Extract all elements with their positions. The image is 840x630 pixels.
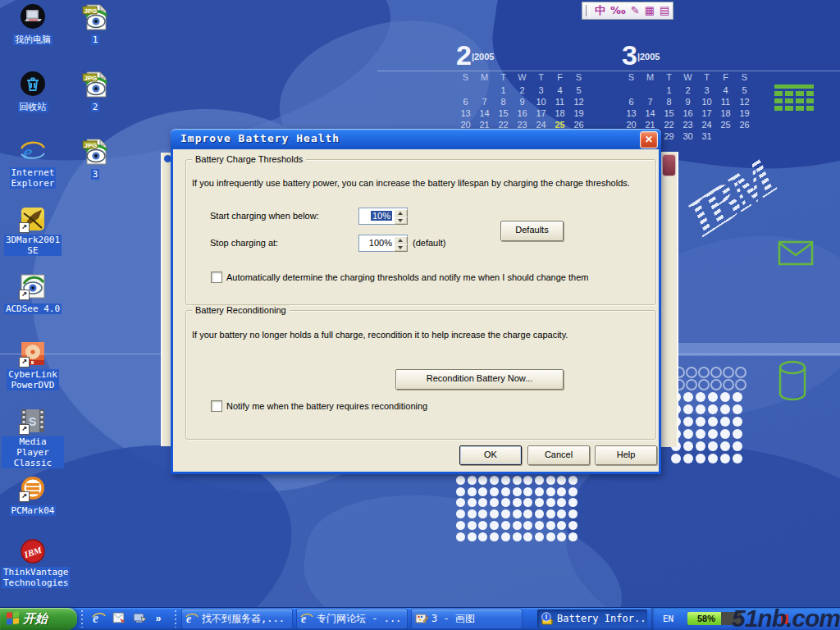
- recondition-battery-button[interactable]: Recondition Battery Now...: [395, 369, 564, 390]
- watermark: 51nb.com: [732, 605, 840, 630]
- task-paint[interactable]: 3 - 画图: [412, 609, 522, 628]
- ime-punctuation-icon[interactable]: ‰: [610, 3, 626, 18]
- ime-chinese-mode-icon[interactable]: 中: [595, 3, 605, 18]
- pattern-dot: [478, 509, 487, 518]
- acdsee-4-0-icon: ↗: [19, 272, 47, 300]
- task-label: 找不到服务器,...: [202, 609, 285, 628]
- pattern-dot: [733, 429, 742, 439]
- cylinder-icon: [774, 359, 810, 404]
- defaults-button[interactable]: Defaults: [500, 221, 564, 241]
- desktop-icon-media-player-classic[interactable]: S↗Media Player Classic: [2, 407, 64, 469]
- improve-battery-health-dialog: Improve Battery Health ✕ Battery Charge …: [171, 129, 661, 474]
- desktop-icon-jpg-file-2[interactable]: JPG2: [69, 71, 121, 113]
- desktop-icon-label: 我的电脑: [13, 34, 52, 45]
- cancel-button[interactable]: Cancel: [527, 445, 590, 465]
- calendar-day-header: S: [569, 72, 588, 82]
- quicklaunch-internet-explorer-icon[interactable]: e: [90, 610, 107, 628]
- pattern-dot: [456, 487, 465, 496]
- task-battery-information[interactable]: !Battery Infor...: [537, 609, 647, 628]
- desktop-icon-3dmark2001-se[interactable]: ↗3DMark2001 SE: [2, 205, 64, 257]
- ime-pen-icon[interactable]: ✎: [631, 3, 640, 18]
- quicklaunch-chevron-icon[interactable]: »: [150, 610, 167, 628]
- quicklaunch-show-desktop-icon[interactable]: [131, 610, 148, 628]
- spin-down-icon[interactable]: [394, 217, 408, 225]
- stop-charging-value[interactable]: 100%: [369, 238, 392, 248]
- desktop-icon-internet-explorer[interactable]: eInternet Explorer: [2, 138, 64, 189]
- calendar-date: 3: [532, 85, 550, 95]
- calendar-day-header: T: [660, 72, 678, 82]
- pattern-dot: [501, 476, 510, 485]
- pattern-dot: [546, 532, 555, 541]
- pattern-dot: [568, 509, 578, 518]
- desktop-icon-recycle-bin[interactable]: 回收站: [2, 71, 64, 113]
- dialog-titlebar[interactable]: Improve Battery Health ✕: [171, 129, 661, 149]
- stop-charging-spinner[interactable]: 100%: [358, 235, 408, 252]
- pattern-dot: [696, 404, 705, 414]
- desktop-icon-jpg-file-1[interactable]: JPG1: [69, 3, 121, 46]
- pattern-dot: [696, 392, 705, 402]
- task-ie-server-not-found[interactable]: e找不到服务器,...: [182, 609, 292, 628]
- desktop-icon-jpg-file-3[interactable]: JPG3: [69, 138, 121, 180]
- calendar-date: 19: [735, 108, 754, 118]
- start-charging-spinner[interactable]: 10%: [358, 208, 408, 225]
- pattern-dot: [546, 509, 555, 518]
- desktop-icon-my-computer[interactable]: 我的电脑: [2, 3, 64, 46]
- pattern-dot: [683, 417, 693, 427]
- ime-grip[interactable]: [586, 5, 590, 16]
- pattern-dot: [720, 441, 730, 451]
- shortcut-arrow-icon: ↗: [19, 222, 30, 233]
- calendar-date: 14: [641, 108, 660, 118]
- auto-determine-label[interactable]: Automatically determine the charging thr…: [226, 272, 588, 282]
- ok-button[interactable]: OK: [459, 445, 522, 465]
- calendar-date: 12: [735, 97, 754, 107]
- desktop-icon-acdsee-4-0[interactable]: ↗ACDSee 4.0: [2, 272, 64, 315]
- desktop-icon-cyberlink-powerdvd[interactable]: ↗CyberLink PowerDVD: [2, 340, 64, 391]
- quicklaunch-mail-icon[interactable]: [111, 610, 127, 628]
- desktop-icon-pcmark04[interactable]: ↗PCMark04: [2, 474, 64, 517]
- language-indicator[interactable]: EN: [663, 614, 673, 624]
- start-label: 开始: [23, 611, 48, 627]
- pattern-dot: [698, 367, 710, 378]
- svg-text:JPG: JPG: [84, 75, 98, 82]
- pattern-dot: [557, 521, 566, 530]
- taskbar-separator: [80, 610, 84, 628]
- pattern-dot: [523, 509, 532, 518]
- start-charging-value[interactable]: 10%: [371, 211, 392, 221]
- calendar-date: 16: [513, 108, 532, 118]
- pattern-dot: [546, 487, 555, 496]
- notify-reconditioning-checkbox[interactable]: [211, 400, 222, 412]
- pattern-dot: [671, 454, 681, 463]
- calendar-date: 4: [550, 85, 569, 95]
- background-window-right-edge[interactable]: [661, 152, 678, 447]
- pattern-dot: [696, 429, 705, 439]
- desktop-icon-thinkvantage-technologies[interactable]: IBMThinkVantage Technologies: [2, 537, 64, 589]
- calendar-date: 8: [494, 97, 513, 107]
- start-button[interactable]: 开始: [0, 608, 77, 630]
- pattern-dot: [456, 476, 465, 485]
- ime-menu-icon[interactable]: ▤: [660, 3, 669, 18]
- calendar-date: 1: [494, 85, 513, 95]
- ime-language-bar[interactable]: 中‰✎▦▤: [582, 2, 673, 20]
- pattern-dot: [501, 509, 510, 518]
- ime-soft-keyboard-icon[interactable]: ▦: [645, 3, 655, 18]
- calendar-date: 11: [716, 97, 735, 107]
- pattern-dot: [523, 532, 532, 541]
- desktop-icon-label: PCMark04: [10, 505, 57, 516]
- calendar-title: 2|2005: [456, 43, 591, 67]
- close-icon[interactable]: ✕: [640, 131, 658, 148]
- pattern-dot: [513, 487, 522, 496]
- help-button[interactable]: Help: [595, 445, 657, 465]
- pattern-dot: [501, 487, 510, 496]
- pattern-dot: [568, 487, 578, 496]
- pattern-dot: [535, 532, 544, 541]
- pattern-dot: [557, 487, 566, 496]
- calendar-date: 17: [697, 108, 716, 118]
- task-ie-forum[interactable]: e专门网论坛 - ...: [297, 609, 407, 628]
- calendar-date: 4: [716, 85, 735, 95]
- notify-reconditioning-label[interactable]: Notify me when the battery requires reco…: [226, 401, 427, 411]
- pattern-dot: [478, 487, 487, 496]
- spin-down-icon[interactable]: [394, 244, 408, 252]
- auto-determine-checkbox[interactable]: [211, 272, 222, 283]
- calendar-day-header: T: [697, 72, 716, 82]
- internet-explorer-icon: e: [19, 138, 47, 166]
